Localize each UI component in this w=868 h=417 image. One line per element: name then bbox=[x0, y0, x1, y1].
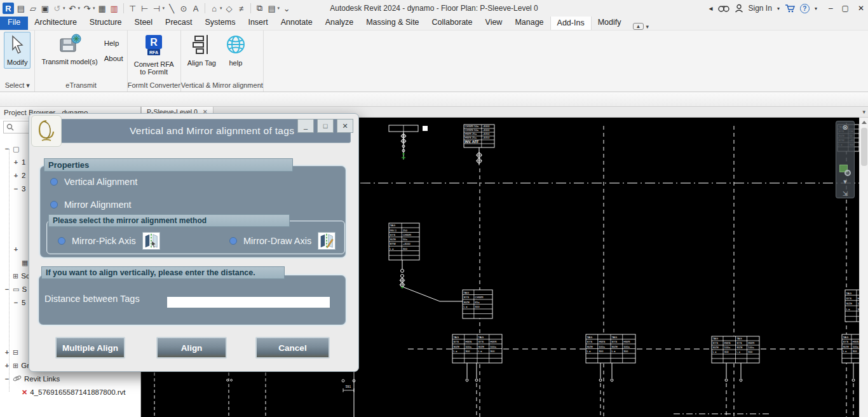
tree-item-5[interactable]: −5 bbox=[13, 297, 25, 308]
tab-analyze[interactable]: Analyze bbox=[319, 16, 360, 30]
collapse-icon[interactable]: − bbox=[4, 145, 10, 153]
redo-dropdown-icon[interactable]: ▾ bbox=[93, 6, 95, 11]
align-toggle-icon[interactable]: ≠ bbox=[236, 4, 247, 13]
close-button[interactable]: ✕ bbox=[858, 4, 864, 13]
tree-item-3[interactable]: −3 bbox=[13, 184, 25, 194]
help-button[interactable]: help bbox=[222, 32, 249, 69]
distance-input[interactable] bbox=[167, 297, 330, 308]
redo-icon[interactable]: ↷ bbox=[82, 4, 92, 13]
tree-item-1[interactable]: +1 bbox=[13, 157, 25, 167]
about-button[interactable]: About bbox=[104, 55, 123, 62]
transfer-standards-icon[interactable]: ▥ bbox=[109, 4, 119, 13]
tab-steel[interactable]: Steel bbox=[128, 16, 159, 30]
tab-systems[interactable]: Systems bbox=[198, 16, 241, 30]
tab-modify[interactable]: Modify bbox=[592, 16, 628, 30]
mirror-pick-axis-radio[interactable] bbox=[58, 237, 65, 245]
tree-item-4_5769165587141887800-rvt[interactable]: ✕4_5769165587141887800.rvt bbox=[13, 387, 126, 397]
tab-view[interactable]: View bbox=[479, 16, 509, 30]
expand-icon[interactable]: + bbox=[13, 172, 19, 179]
store-cart-icon[interactable] bbox=[785, 4, 795, 13]
tag-icon[interactable]: ◇ bbox=[224, 4, 234, 13]
dialog-maximize-button[interactable]: □ bbox=[317, 119, 334, 133]
dialog-minimize-button[interactable]: _ bbox=[297, 119, 314, 133]
revit-logo-icon[interactable]: R bbox=[3, 3, 14, 14]
vertical-alignment-radio[interactable] bbox=[50, 178, 58, 186]
sync-dropdown-icon[interactable]: ▾ bbox=[63, 6, 65, 11]
tab-manage[interactable]: Manage bbox=[508, 16, 550, 30]
tab-add-ins[interactable]: Add-Ins bbox=[550, 16, 592, 30]
tab-annotate[interactable]: Annotate bbox=[275, 16, 319, 30]
copy-monitor-icon[interactable]: ⧉ bbox=[255, 3, 265, 13]
cancel-button[interactable]: Cancel bbox=[255, 337, 330, 359]
open-folder-icon[interactable]: ▱ bbox=[28, 4, 38, 13]
collapse-icon[interactable]: − bbox=[4, 375, 10, 383]
view-tab-list-icon[interactable]: ▾ bbox=[862, 109, 868, 115]
help-icon[interactable]: ? bbox=[800, 4, 810, 13]
expand-icon[interactable]: + bbox=[13, 158, 19, 166]
tab-insert[interactable]: Insert bbox=[241, 16, 274, 30]
tree-item[interactable]: +⊟ bbox=[4, 347, 21, 357]
collapse-icon[interactable]: − bbox=[13, 185, 19, 193]
home-dropdown-icon[interactable]: ▾ bbox=[220, 6, 222, 11]
undo-dropdown-icon[interactable]: ▾ bbox=[78, 6, 81, 11]
multiple-align-button[interactable]: Multiple Align bbox=[55, 337, 125, 359]
chevron-down-icon[interactable]: ▼ bbox=[843, 179, 848, 185]
vertical-scrollbar[interactable] bbox=[859, 118, 868, 417]
restore-button[interactable]: ▢ bbox=[842, 4, 849, 13]
scroll-thumb[interactable] bbox=[861, 128, 867, 166]
tree-item[interactable]: −▢ bbox=[4, 144, 22, 154]
scroll-up-arrow[interactable] bbox=[860, 118, 868, 126]
rotate-text-icon[interactable]: ⊙ bbox=[179, 4, 189, 13]
mirror-alignment-radio[interactable] bbox=[50, 201, 58, 208]
dimension-dropdown-icon[interactable]: ▾ bbox=[163, 6, 165, 11]
dimension-icon[interactable]: ⊣ bbox=[152, 4, 162, 13]
print-icon[interactable]: ▦ bbox=[97, 4, 107, 13]
expand-icon[interactable]: + bbox=[4, 348, 10, 356]
customize-qat-icon[interactable]: ⌄ bbox=[281, 4, 292, 13]
transmit-model-s--button[interactable]: Transmit model(s) bbox=[39, 32, 100, 67]
expand-icon[interactable]: + bbox=[13, 245, 19, 253]
align-button[interactable]: Align bbox=[156, 337, 227, 359]
expand-icon[interactable]: + bbox=[4, 362, 10, 369]
file-menu-button[interactable]: File bbox=[0, 16, 28, 30]
save-icon[interactable]: ▣ bbox=[40, 4, 50, 13]
mirror-draw-axis-radio[interactable] bbox=[229, 237, 237, 245]
help-button[interactable]: Help bbox=[104, 39, 123, 47]
ribbon-state-icon[interactable]: ▲ bbox=[633, 23, 644, 30]
tab-massing-site[interactable]: Massing & Site bbox=[360, 16, 425, 30]
dialog-close-button[interactable]: ✕ bbox=[337, 119, 353, 133]
sign-in-dropdown-icon[interactable]: ▾ bbox=[777, 6, 780, 11]
undo-icon[interactable]: ↶ bbox=[67, 4, 78, 13]
help-dropdown-icon[interactable]: ▾ bbox=[815, 6, 817, 11]
back-arrow-icon[interactable]: ◂ bbox=[709, 4, 712, 13]
tab-collaborate[interactable]: Collaborate bbox=[426, 16, 479, 30]
tab-precast[interactable]: Precast bbox=[159, 16, 198, 30]
text-icon[interactable]: A bbox=[191, 4, 201, 13]
collapse-icon[interactable]: − bbox=[13, 299, 19, 306]
tree-item-s[interactable]: −▭S bbox=[4, 284, 27, 294]
ribbon-state-dropdown-icon[interactable]: ▾ bbox=[646, 24, 649, 30]
modify-button[interactable]: Modify bbox=[4, 32, 31, 69]
switch-windows-icon[interactable]: ▤ bbox=[267, 4, 277, 13]
steering-wheel-icon[interactable]: ⊗ bbox=[842, 123, 848, 132]
sync-icon[interactable]: ↺ bbox=[52, 4, 62, 13]
collapse-icon[interactable]: − bbox=[4, 285, 10, 293]
sign-in-label[interactable]: Sign In bbox=[749, 4, 772, 13]
zoom-icon[interactable] bbox=[839, 165, 851, 176]
search-binoculars-icon[interactable] bbox=[718, 4, 729, 13]
line-icon[interactable]: ╲ bbox=[166, 4, 177, 13]
measure-icon[interactable]: ⊢ bbox=[140, 4, 150, 13]
user-icon[interactable] bbox=[735, 4, 743, 13]
convert-rfa-button[interactable]: RRFAConvert RFAto FormIt bbox=[132, 32, 177, 78]
tree-item-2[interactable]: +2 bbox=[13, 170, 25, 181]
section-icon[interactable]: ⊤ bbox=[128, 4, 138, 13]
minimize-button[interactable]: – bbox=[829, 4, 833, 13]
tab-structure[interactable]: Structure bbox=[83, 16, 128, 30]
tree-item[interactable]: + bbox=[13, 244, 22, 254]
tab-architecture[interactable]: Architecture bbox=[28, 16, 83, 30]
tree-item-sc[interactable]: ⊞Sc bbox=[4, 271, 30, 281]
home-icon[interactable]: ⌂ bbox=[209, 4, 219, 13]
tree-item-revit-links[interactable]: −Revit Links bbox=[4, 374, 60, 384]
align-tag-button[interactable]: Align Tag bbox=[185, 32, 219, 69]
switch-windows-dropdown-icon[interactable]: ▾ bbox=[278, 6, 280, 11]
